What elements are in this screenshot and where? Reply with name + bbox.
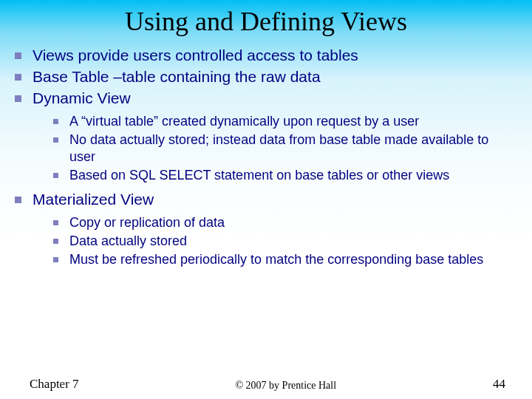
list-item: Copy or replication of data — [69, 214, 507, 231]
list-item: Based on SQL SELECT statement on base ta… — [69, 167, 507, 184]
list-item-label: Materialized View — [33, 191, 154, 208]
list-item-label: Dynamic View — [33, 89, 131, 106]
list-item: Base Table –table containing the raw dat… — [33, 67, 514, 87]
sub-list: A “virtual table” created dynamically up… — [33, 113, 514, 184]
sub-list: Copy or replication of data Data actuall… — [33, 214, 514, 268]
list-item: Must be refreshed periodically to match … — [69, 251, 507, 268]
slide-title: Using and Defining Views — [0, 0, 532, 46]
list-item: No data actually stored; instead data fr… — [69, 132, 507, 166]
list-item: Data actually stored — [69, 233, 507, 250]
bullet-list: Views provide users controlled access to… — [0, 46, 532, 268]
footer: Chapter 7 © 2007 by Prentice Hall 44 — [0, 377, 532, 392]
list-item: A “virtual table” created dynamically up… — [69, 113, 507, 130]
copyright-label: © 2007 by Prentice Hall — [235, 380, 336, 392]
chapter-label: Chapter 7 — [30, 377, 79, 392]
page-number: 44 — [493, 377, 505, 392]
list-item: Dynamic View A “virtual table” created d… — [33, 89, 514, 184]
list-item: Materialized View Copy or replication of… — [33, 190, 514, 268]
list-item: Views provide users controlled access to… — [33, 46, 514, 66]
